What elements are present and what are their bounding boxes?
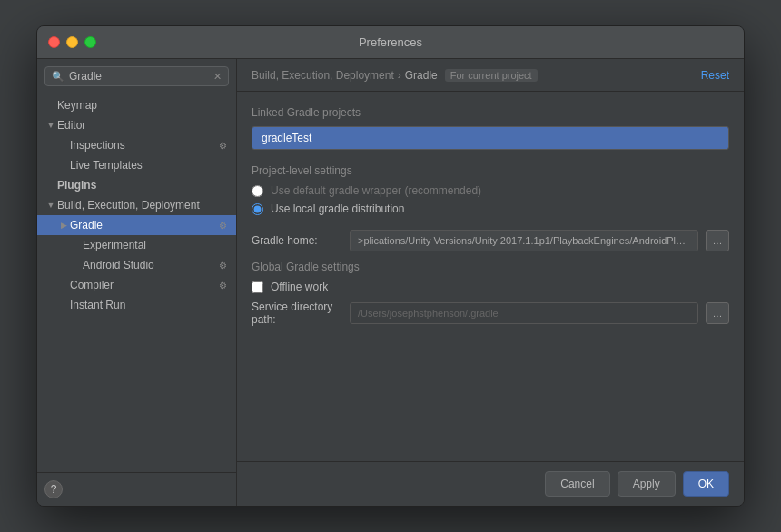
search-input[interactable] (69, 70, 209, 83)
preferences-window: Preferences 🔍 ✕ Keymap ▼ Edit (36, 25, 745, 507)
settings-icon: ⚙ (216, 139, 229, 152)
linked-projects-label: Linked Gradle projects (252, 106, 729, 119)
sidebar-item-inspections[interactable]: Inspections ⚙ (37, 135, 236, 155)
search-icon: 🔍 (52, 71, 64, 83)
close-button[interactable] (48, 36, 60, 48)
sidebar-item-label: Build, Execution, Deployment (57, 199, 200, 212)
linked-projects-box: gradleTest (252, 126, 729, 150)
breadcrumb: Build, Execution, Deployment › Gradle Fo… (252, 69, 538, 82)
cancel-button[interactable]: Cancel (545, 471, 609, 497)
help-button[interactable]: ? (44, 480, 63, 498)
sidebar-item-label: Editor (57, 119, 85, 132)
maximize-button[interactable] (84, 36, 96, 48)
sidebar-item-label: Inspections (70, 139, 125, 152)
traffic-lights (48, 36, 96, 48)
sidebar-item-experimental[interactable]: Experimental (37, 235, 236, 255)
compiler-settings-icon: ⚙ (216, 279, 229, 291)
sidebar-item-label: Keymap (57, 99, 97, 112)
build-arrow-icon: ▼ (44, 201, 57, 210)
search-clear-icon[interactable]: ✕ (213, 71, 222, 83)
sidebar-item-label: Live Templates (70, 159, 143, 172)
window-title: Preferences (359, 35, 422, 49)
sidebar-item-label: Instant Run (70, 299, 125, 311)
main-content: 🔍 ✕ Keymap ▼ Editor Ins (37, 59, 744, 506)
project-level-label: Project-level settings (252, 164, 729, 177)
sidebar-item-label: Experimental (83, 239, 146, 251)
gradle-home-input[interactable] (350, 230, 698, 251)
service-dir-input[interactable] (350, 302, 698, 324)
radio-row-local: Use local gradle distribution (252, 202, 729, 215)
breadcrumb-tag: For current project (445, 69, 538, 82)
apply-button[interactable]: Apply (618, 471, 676, 497)
search-bar[interactable]: 🔍 ✕ (44, 66, 229, 86)
radio-default-label: Use default gradle wrapper (recommended) (271, 184, 481, 197)
breadcrumb-part-2: Gradle (405, 69, 438, 82)
offline-work-row: Offline work (252, 281, 729, 293)
gradle-settings-icon: ⚙ (216, 219, 229, 232)
service-dir-row: Service directory path: … (252, 300, 729, 326)
linked-project-item[interactable]: gradleTest (252, 127, 728, 149)
service-dir-browse-button[interactable]: … (706, 302, 729, 324)
right-panel: Build, Execution, Deployment › Gradle Fo… (237, 59, 744, 506)
sidebar-item-android-studio[interactable]: Android Studio ⚙ (37, 255, 236, 275)
breadcrumb-part-1: Build, Execution, Deployment (252, 69, 394, 82)
project-settings-section: Use default gradle wrapper (recommended)… (252, 184, 729, 215)
sidebar-item-editor[interactable]: ▼ Editor (37, 115, 236, 135)
radio-default[interactable] (252, 185, 263, 197)
ok-button[interactable]: OK (683, 471, 729, 497)
editor-arrow-icon: ▼ (44, 121, 57, 130)
title-bar: Preferences (37, 26, 744, 59)
sidebar-item-label: Android Studio (83, 259, 154, 271)
gradle-arrow-icon: ▶ (57, 221, 70, 230)
sidebar-bottom: ? (37, 472, 236, 506)
gradle-home-browse-button[interactable]: … (706, 230, 729, 251)
panel-header: Build, Execution, Deployment › Gradle Fo… (237, 59, 744, 92)
sidebar-item-instant-run[interactable]: Instant Run (37, 295, 236, 315)
service-dir-label: Service directory path: (252, 300, 342, 326)
offline-work-label: Offline work (271, 281, 328, 293)
global-gradle-label: Global Gradle settings (252, 261, 729, 273)
offline-work-checkbox[interactable] (252, 281, 263, 293)
action-bar: Cancel Apply OK (237, 461, 744, 506)
breadcrumb-separator: › (398, 69, 401, 82)
sidebar-item-label: Gradle (70, 219, 103, 232)
sidebar-item-keymap[interactable]: Keymap (37, 95, 236, 115)
gradle-home-row: Gradle home: … (252, 230, 729, 251)
radio-local[interactable] (252, 203, 263, 215)
sidebar-item-compiler[interactable]: Compiler ⚙ (37, 275, 236, 295)
minimize-button[interactable] (66, 36, 78, 48)
sidebar: 🔍 ✕ Keymap ▼ Editor Ins (37, 59, 237, 506)
sidebar-item-live-templates[interactable]: Live Templates (37, 155, 236, 175)
radio-local-label: Use local gradle distribution (271, 202, 404, 215)
android-settings-icon: ⚙ (216, 259, 229, 271)
sidebar-item-label: Compiler (70, 279, 114, 291)
sidebar-item-gradle[interactable]: ▶ Gradle ⚙ (37, 215, 236, 235)
sidebar-tree: Keymap ▼ Editor Inspections ⚙ Live Templ… (37, 94, 236, 472)
sidebar-item-plugins: Plugins (37, 175, 236, 195)
radio-row-default: Use default gradle wrapper (recommended) (252, 184, 729, 197)
reset-button[interactable]: Reset (701, 69, 729, 82)
sidebar-item-label: Plugins (57, 179, 96, 192)
panel-content: Linked Gradle projects gradleTest Projec… (237, 92, 744, 461)
gradle-home-label: Gradle home: (252, 234, 342, 247)
sidebar-item-build-execution[interactable]: ▼ Build, Execution, Deployment (37, 195, 236, 215)
